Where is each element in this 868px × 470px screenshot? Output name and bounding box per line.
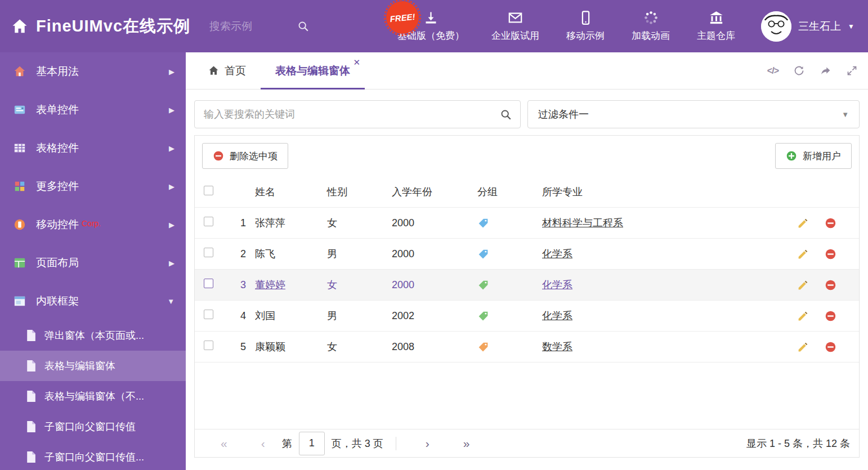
nav-enterprise-trial[interactable]: 企业版试用	[480, 10, 551, 42]
col-group: 分组	[473, 185, 538, 199]
delete-icon[interactable]	[825, 341, 836, 353]
tag-icon	[477, 279, 489, 291]
sidebar-item-grid-controls[interactable]: 表格控件 ▶	[0, 129, 186, 167]
chevron-right-icon: ▶	[169, 221, 175, 229]
chevron-right-icon: ▶	[169, 182, 175, 191]
chevron-right-icon: ▶	[169, 259, 175, 267]
sidebar-subitem-grid-edit-window-2[interactable]: 表格与编辑窗体（不...	[0, 381, 186, 411]
close-icon[interactable]: ✕	[353, 57, 360, 68]
col-name: 姓名	[254, 185, 324, 199]
sidebar-subitem-label: 表格与编辑窗体（不...	[44, 390, 144, 403]
major-link[interactable]: 化学系	[542, 310, 572, 321]
sidebar-item-label: 基本用法	[36, 64, 79, 79]
tab-tools: </>	[767, 52, 858, 89]
user-name: 三生石上	[798, 19, 841, 34]
tag-icon	[477, 248, 489, 260]
row-checkbox[interactable]	[204, 217, 213, 226]
major-link[interactable]: 材料科学与工程系	[542, 217, 623, 229]
share-icon[interactable]	[820, 65, 831, 77]
delete-selected-button[interactable]: 删除选中项	[202, 143, 288, 169]
edit-icon[interactable]	[797, 341, 809, 353]
search-icon[interactable]	[297, 20, 310, 33]
major-link[interactable]: 化学系	[542, 279, 572, 290]
tag-icon	[477, 217, 489, 229]
row-checkbox[interactable]	[204, 248, 213, 257]
tab-label: 表格与编辑窗体	[275, 64, 350, 78]
tag-icon	[477, 341, 489, 353]
sidebar-item-form-controls[interactable]: 表单控件 ▶	[0, 91, 186, 129]
nav-theme-store[interactable]: 主题仓库	[686, 10, 746, 42]
cell-gender: 女	[324, 278, 389, 292]
row-index: 4	[226, 310, 254, 322]
header-search-input[interactable]	[209, 20, 283, 33]
frame-icon	[14, 295, 26, 307]
sidebar-subitem-child-to-parent-2[interactable]: 子窗口向父窗口传值...	[0, 442, 186, 470]
record-count-summary: 显示 1 - 5 条，共 12 条	[746, 437, 850, 450]
cell-name: 康颖颖	[254, 340, 324, 353]
tab-bar: 首页 表格与编辑窗体 ✕ </>	[186, 52, 868, 89]
expand-icon[interactable]	[846, 65, 858, 77]
remove-circle-icon	[213, 150, 224, 162]
delete-icon[interactable]	[825, 217, 836, 229]
select-all-checkbox[interactable]	[204, 186, 213, 195]
tag-icon	[477, 310, 489, 322]
delete-icon[interactable]	[825, 279, 836, 291]
edit-icon[interactable]	[797, 248, 809, 260]
row-index: 1	[226, 217, 254, 229]
edit-icon[interactable]	[797, 217, 809, 229]
tab-home[interactable]: 首页	[194, 52, 261, 89]
first-page-button[interactable]: «	[204, 437, 244, 449]
nav-label: 企业版试用	[491, 29, 539, 42]
page-number-input[interactable]	[299, 432, 325, 455]
spinner-icon	[643, 10, 659, 25]
search-icon[interactable]	[500, 109, 512, 121]
edit-icon[interactable]	[797, 310, 809, 322]
prev-page-button[interactable]: ‹	[244, 437, 282, 449]
user-menu[interactable]: 三生石上 ▼	[751, 11, 868, 42]
cell-name[interactable]: 董婷婷	[254, 278, 324, 292]
file-icon	[26, 360, 37, 372]
keyword-search-input[interactable]	[195, 101, 520, 128]
add-user-button[interactable]: 新增用户	[775, 143, 852, 169]
sidebar-item-label: 更多控件	[36, 179, 79, 194]
last-page-button[interactable]: »	[446, 437, 487, 449]
sidebar-item-more-controls[interactable]: 更多控件 ▶	[0, 167, 186, 205]
app-logo[interactable]: FineUIMvc在线示例	[0, 15, 190, 38]
sidebar-item-basic-usage[interactable]: 基本用法 ▶	[0, 52, 186, 91]
col-year: 入学年份	[389, 185, 473, 199]
row-checkbox[interactable]	[204, 341, 213, 350]
edit-icon[interactable]	[797, 279, 809, 291]
sidebar-item-page-layout[interactable]: 页面布局 ▶	[0, 244, 186, 282]
header-search	[209, 20, 310, 33]
tab-grid-edit-window[interactable]: 表格与编辑窗体 ✕	[261, 52, 365, 89]
sidebar-subitem-grid-edit-window[interactable]: 表格与编辑窗体	[0, 351, 186, 381]
delete-icon[interactable]	[825, 310, 836, 322]
row-checkbox[interactable]	[204, 310, 213, 319]
file-icon	[26, 420, 37, 433]
nav-loading-animation[interactable]: 加载动画	[620, 10, 681, 42]
table-icon	[14, 142, 26, 154]
source-code-icon[interactable]: </>	[767, 66, 778, 76]
row-checkbox[interactable]	[204, 279, 213, 288]
sidebar-item-label: 移动控件	[36, 217, 79, 232]
delete-icon[interactable]	[825, 248, 836, 260]
next-page-button[interactable]: ›	[409, 437, 446, 449]
chevron-down-icon: ▼	[167, 297, 175, 306]
major-link[interactable]: 数学系	[542, 341, 572, 352]
major-link[interactable]: 化学系	[542, 248, 572, 259]
sidebar-subitem-child-to-parent[interactable]: 子窗口向父窗口传值	[0, 411, 186, 442]
refresh-icon[interactable]	[793, 65, 805, 77]
cell-gender: 女	[324, 216, 389, 230]
filter-dropdown[interactable]: 过滤条件一 ▼	[527, 100, 860, 128]
nav-label: 主题仓库	[697, 29, 735, 42]
grid-empty-space	[195, 362, 859, 429]
layout-icon	[14, 257, 26, 269]
sidebar-item-mobile-controls[interactable]: 移动控件 Corp. ▶	[0, 205, 186, 244]
sidebar-subitem-popup-window[interactable]: 弹出窗体（本页面或...	[0, 320, 186, 351]
row-index: 3	[226, 279, 254, 291]
header-nav: 基础版（免费） 企业版试用 移动示例 加载动画 主题仓库	[386, 10, 751, 42]
nav-mobile-demo[interactable]: 移动示例	[555, 10, 616, 42]
mobile-icon	[578, 10, 593, 25]
sidebar-item-iframe[interactable]: 内联框架 ▼	[0, 282, 186, 320]
envelope-icon	[508, 10, 523, 25]
